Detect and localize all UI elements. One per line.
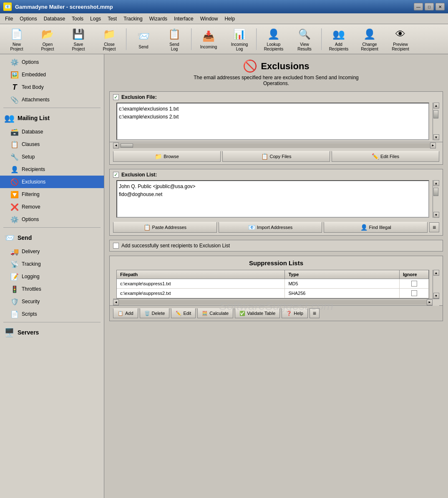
import-addresses-button[interactable]: 📧 Import Addresses <box>219 222 322 233</box>
sidebar-item-clauses[interactable]: 📋 Clauses <box>0 138 104 151</box>
exclusion-file-checkbox[interactable]: ✓ <box>113 94 119 100</box>
sidebar-item-scripts[interactable]: 📄 Scripts <box>0 308 104 320</box>
menu-wizards[interactable]: Wizards <box>146 15 171 23</box>
sidebar-servers-header[interactable]: 🖥️ Servers <box>0 324 104 340</box>
add-sent-checkbox[interactable] <box>113 243 119 249</box>
exclusion-list-vscrollbar[interactable]: ▲ ▼ <box>433 180 439 218</box>
exclusion-list-checkbox[interactable]: ✓ <box>113 172 119 178</box>
browse-button[interactable]: 📁 Browse <box>113 151 221 162</box>
menu-test[interactable]: Test <box>104 15 120 23</box>
menu-database[interactable]: Database <box>40 15 68 23</box>
lookup-recipients-icon: 👤 <box>266 27 281 41</box>
toolbar-add-recipients[interactable]: 👥 AddRecipients <box>324 26 354 53</box>
supp-scroll-down[interactable]: ▼ <box>433 293 439 299</box>
validate-table-button[interactable]: ✅ Validate Table <box>235 308 280 318</box>
toolbar-open-project[interactable]: 📂 OpenProject <box>33 26 63 53</box>
sidebar-item-remove[interactable]: ❌ Remove <box>0 201 104 213</box>
suppression-vscrollbar[interactable]: ▲ ▼ <box>433 270 439 299</box>
menu-tools[interactable]: Tools <box>68 15 87 23</box>
sidebar-item-exclusions[interactable]: 🚫 Exclusions <box>0 176 104 188</box>
menu-interface[interactable]: Interface <box>171 15 197 23</box>
sidebar-send-header[interactable]: 📨 Send <box>0 229 104 245</box>
table-row[interactable]: c:\example\suppress2.txt SHA256 <box>117 289 429 298</box>
supp-scroll-up[interactable]: ▲ <box>433 270 439 276</box>
logging-icon: 📝 <box>10 272 19 281</box>
calculate-button[interactable]: 🧮 Calculate <box>197 308 233 318</box>
sidebar-item-recipients[interactable]: 👤 Recipients <box>0 163 104 176</box>
sidebar-item-security[interactable]: 🛡️ Security <box>0 295 104 308</box>
exclusion-list-textarea[interactable]: John Q. Public <jpublic@usa.gov> fido@do… <box>116 180 429 218</box>
sidebar-item-options[interactable]: ⚙️ Options <box>0 56 104 68</box>
sidebar-item-options-ml[interactable]: ⚙️ Options <box>0 213 104 226</box>
h-scroll-thumb[interactable] <box>121 143 133 148</box>
ignore-checkbox-1[interactable] <box>411 281 417 287</box>
copy-files-button[interactable]: 📋 Copy Files <box>222 151 330 162</box>
toolbar-preview-recipient[interactable]: 👁 PreviewRecipient <box>385 26 415 53</box>
close-button[interactable]: ✕ <box>435 3 445 10</box>
td-filepath-2: c:\example\suppress2.txt <box>117 289 285 298</box>
suppression-hscrollbar-row: ◄ ► <box>113 299 439 305</box>
send-icon: 📨 <box>136 29 151 44</box>
sidebar-item-logging[interactable]: 📝 Logging <box>0 270 104 283</box>
list-scroll-thumb[interactable] <box>433 188 438 196</box>
supp-scroll-left[interactable]: ◄ <box>113 299 119 305</box>
maximize-button[interactable]: □ <box>425 3 434 10</box>
ignore-checkbox-2[interactable] <box>411 290 417 296</box>
sidebar-mailing-list-header[interactable]: 👥 Mailing List <box>0 110 104 126</box>
toolbar-incoming-log[interactable]: 📊 IncomingLog <box>224 26 254 53</box>
sidebar-item-tracking[interactable]: 📡 Tracking <box>0 258 104 270</box>
sidebar-item-delivery[interactable]: 🚚 Delivery <box>0 245 104 258</box>
delete-button[interactable]: 🗑️ Delete <box>140 308 170 318</box>
sidebar-item-setup[interactable]: 🔧 Setup <box>0 151 104 163</box>
minimize-button[interactable]: — <box>414 3 423 10</box>
menu-help[interactable]: Help <box>221 15 238 23</box>
toolbar-new-project[interactable]: 📄 NewProject <box>2 26 32 53</box>
table-row[interactable]: c:\example\suppress1.txt MD5 <box>117 279 429 289</box>
toolbar-send[interactable]: 📨 Send <box>128 26 159 53</box>
list-scroll-up-btn[interactable]: ▲ <box>433 180 439 186</box>
supp-scroll-right[interactable]: ► <box>427 299 433 305</box>
help-button[interactable]: ❓ Help <box>282 308 308 318</box>
sidebar-item-database[interactable]: 🗃️ Database <box>0 126 104 138</box>
bottom-menu-button[interactable]: ≡ <box>310 308 320 318</box>
menu-window[interactable]: Window <box>197 15 221 23</box>
exclusion-file-vscrollbar[interactable]: ▲ ▼ <box>433 103 439 140</box>
edit-button[interactable]: ✏️ Edit <box>171 308 196 318</box>
toolbar-view-results[interactable]: 🔍 ViewResults <box>289 26 320 53</box>
list-scroll-down-btn[interactable]: ▼ <box>433 212 439 218</box>
suppression-hscrollbar[interactable]: ◄ ► <box>113 299 433 305</box>
exclusion-list-menu-button[interactable]: ≡ <box>429 222 439 232</box>
toolbar-save-project[interactable]: 💾 SaveProject <box>63 26 93 53</box>
edit-files-button[interactable]: ✏️ Edit Files <box>332 151 439 162</box>
toolbar-close-project-label: CloseProject <box>103 42 116 51</box>
find-illegal-button[interactable]: 👤 Find Illegal <box>324 222 428 233</box>
toolbar-lookup-recipients[interactable]: 👤 LookupRecipients <box>259 26 289 53</box>
scroll-thumb[interactable] <box>433 110 438 118</box>
exclusion-file-hscrollbar[interactable]: ◄ ► <box>113 143 436 148</box>
sidebar-item-attachments[interactable]: 📎 Attachments <box>0 93 104 106</box>
toolbar-incoming[interactable]: 📥 Incoming <box>194 26 224 53</box>
toolbar-send-log[interactable]: 📋 SendLog <box>159 26 189 53</box>
paste-addresses-button[interactable]: 📋 Paste Addresses <box>113 222 217 233</box>
scroll-up-btn[interactable]: ▲ <box>433 103 439 108</box>
toolbar-change-recipient[interactable]: 👤 ChangeRecipient <box>355 26 385 53</box>
scroll-left-btn[interactable]: ◄ <box>113 143 119 148</box>
menu-options[interactable]: Options <box>16 15 40 23</box>
sidebar-item-throttles[interactable]: 🚦 Throttles <box>0 283 104 295</box>
add-button[interactable]: 📋 Add <box>113 308 138 318</box>
scroll-right-btn[interactable]: ► <box>430 143 436 148</box>
sidebar-item-filtering[interactable]: 🔽 Filtering <box>0 188 104 201</box>
toolbar-close-project[interactable]: 📁 CloseProject <box>94 26 124 53</box>
menu-file[interactable]: File <box>2 15 16 23</box>
supp-scroll-track <box>433 276 439 293</box>
menu-tracking[interactable]: Tracking <box>120 15 146 23</box>
td-ignore-2[interactable] <box>400 289 429 298</box>
menu-logs[interactable]: Logs <box>87 15 104 23</box>
sidebar-item-text-body[interactable]: T Text Body <box>0 81 104 93</box>
save-project-icon: 💾 <box>71 27 86 41</box>
sidebar-item-embedded[interactable]: 🖼️ Embedded <box>0 68 104 81</box>
paste-icon: 📋 <box>143 224 151 231</box>
exclusion-file-textarea[interactable]: c:\example\exclusions 1.txt c:\example\e… <box>116 103 429 140</box>
scroll-down-btn[interactable]: ▼ <box>433 134 439 140</box>
td-ignore-1[interactable] <box>400 279 429 288</box>
